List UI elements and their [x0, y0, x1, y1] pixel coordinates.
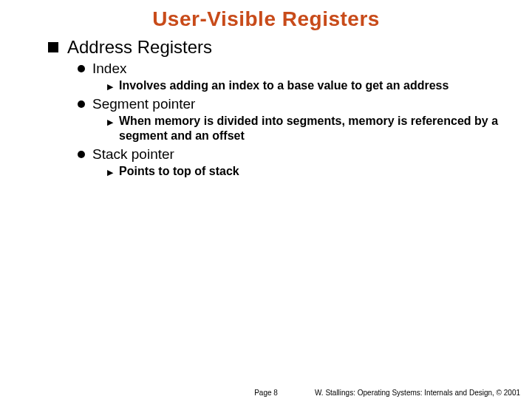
slide-title: User-Visible Registers: [0, 0, 532, 31]
page-number: Page 8: [254, 389, 278, 397]
lvl2-text: Stack pointer: [92, 146, 174, 163]
lvl2-text: Index: [92, 61, 126, 77]
arrow-bullet-icon: ▶: [107, 81, 113, 92]
list-item: Address Registers: [48, 37, 517, 58]
lvl1-text: Address Registers: [67, 37, 212, 58]
list-item: Stack pointer: [78, 146, 517, 163]
list-item: ▶ When memory is divided into segments, …: [107, 114, 517, 143]
list-item: ▶ Points to top of stack: [107, 164, 517, 179]
slide-content: Address Registers Index ▶ Involves addin…: [0, 31, 532, 179]
lvl2-text: Segment pointer: [92, 96, 195, 112]
lvl3-text: Involves adding an index to a base value…: [119, 78, 449, 93]
lvl3-text: Points to top of stack: [119, 164, 239, 179]
disc-bullet-icon: [78, 100, 85, 108]
list-item: Segment pointer: [78, 96, 517, 112]
footer-credit: W. Stallings: Operating Systems: Interna…: [315, 389, 520, 397]
lvl3-text: When memory is divided into segments, me…: [119, 114, 510, 143]
arrow-bullet-icon: ▶: [107, 116, 113, 128]
arrow-bullet-icon: ▶: [107, 166, 113, 178]
disc-bullet-icon: [78, 151, 85, 158]
list-item: Index: [78, 61, 517, 77]
list-item: ▶ Involves adding an index to a base val…: [107, 78, 517, 93]
disc-bullet-icon: [78, 65, 85, 72]
square-bullet-icon: [48, 42, 58, 52]
